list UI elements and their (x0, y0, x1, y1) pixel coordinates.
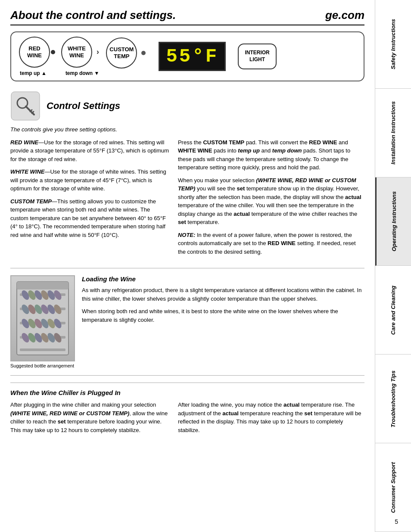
custom-temp-group: CUSTOM TEMP (106, 37, 146, 68)
custom-temp-para: CUSTOM TEMP—This setting allows you to c… (10, 197, 169, 240)
plugged-actual2: actual (222, 410, 239, 417)
red-wine-btn-group: RED WINE (19, 37, 50, 68)
white-wine-heading: WHITE WINE (10, 168, 44, 175)
sidebar-tab-installation-label: Installation Instructions (390, 101, 396, 165)
sidebar-tab-installation[interactable]: Installation Instructions (375, 89, 411, 177)
right-p2: When you make your selection (WHITE WINE… (178, 176, 364, 227)
sidebar-tab-troubleshooting[interactable]: Troubleshooting Tips (375, 355, 411, 443)
control-settings-heading: Control Settings (10, 91, 364, 121)
loading-p2: When storing both red and white wines, i… (82, 307, 364, 324)
plugged-left-p1: After plugging in the wine chiller and m… (10, 401, 169, 434)
plugged-actual: actual (283, 401, 300, 408)
two-col-layout: RED WINE—Use for the storage of red wine… (10, 138, 364, 261)
set-bold: set (237, 185, 245, 192)
plugged-selection: (WHITE WINE, RED WINE or CUSTOM TEMP) (10, 410, 129, 417)
sidebar-tab-consumer-label: Consumer Support (390, 462, 396, 513)
bottle-caption: Suggested bottle arrangement (10, 363, 74, 368)
temp-labels: temp up ▲ temp down ▼ (19, 70, 99, 76)
plugged-right: After loading the wine, you may notice t… (178, 401, 364, 439)
svg-rect-6 (17, 282, 68, 289)
white-wine-btn-group: WHITE WINE › (61, 37, 92, 68)
right-p1: Press the CUSTOM TEMP pad. This will con… (178, 138, 364, 172)
section-divider (10, 268, 364, 268)
sidebar-tab-safety[interactable]: Safety Instructions (375, 0, 411, 89)
right-sidebar: Safety Instructions Installation Instruc… (375, 0, 411, 532)
right-column: Press the CUSTOM TEMP pad. This will con… (178, 138, 364, 261)
control-panel-diagram: RED WINE WHITE WINE › temp up ▲ temp (10, 31, 364, 81)
btn-group-left: RED WINE WHITE WINE › temp up ▲ temp (19, 37, 99, 76)
arrow-indicator: › (97, 47, 99, 57)
plugged-title: When the Wine Chiller is Plugged In (10, 389, 364, 396)
custom-temp-heading: CUSTOM TEMP (10, 198, 52, 205)
plugged-right-p1: After loading the wine, you may notice t… (178, 401, 364, 434)
intro-text: The controls give you three setting opti… (10, 125, 364, 134)
note-para: NOTE: In the event of a power failure, w… (178, 231, 364, 256)
loading-text-col: Loading the Wine As with any refrigerati… (82, 275, 364, 368)
white-wine-bold: WHITE WINE (178, 147, 212, 154)
ge-com: ge.com (325, 9, 364, 22)
custom-temp-button[interactable]: CUSTOM TEMP (106, 37, 137, 68)
loading-p1: As with any refrigeration product, there… (82, 286, 364, 303)
wine-chiller-image (10, 275, 75, 361)
temp-down-bold: temp down (272, 147, 302, 154)
svg-rect-35 (20, 348, 65, 351)
white-wine-para: WHITE WINE—Use for the storage of white … (10, 168, 169, 193)
section-title: Control Settings (47, 100, 120, 112)
red-wine-para: RED WINE—Use for the storage of red wine… (10, 138, 169, 164)
page-title: About the control and settings. (10, 9, 176, 22)
red-wine-bold: RED WINE (309, 139, 337, 146)
sidebar-tab-care[interactable]: Care and Cleaning (375, 266, 411, 355)
plugged-left: After plugging in the wine chiller and m… (10, 401, 169, 439)
temp-up-bold: temp up (238, 147, 260, 154)
sidebar-tab-safety-label: Safety Instructions (390, 19, 396, 69)
red-wine-heading: RED WINE (10, 139, 38, 146)
red-wine-button[interactable]: RED WINE (19, 37, 50, 68)
loading-title: Loading the Wine (82, 275, 364, 283)
page-number: 5 (395, 518, 398, 525)
plugged-divider (10, 375, 364, 376)
white-wine-button[interactable]: WHITE WINE › (61, 37, 92, 68)
interior-light-group: INTERIOR LIGHT (238, 44, 277, 69)
page-title-bar: About the control and settings. ge.com (10, 9, 364, 25)
wine-rack-svg (15, 280, 71, 357)
temp-up-label: temp up ▲ (20, 70, 47, 76)
actual-bold2: actual (234, 211, 250, 217)
plugged-set: set (58, 418, 66, 425)
red-wine-dot (51, 50, 55, 54)
left-column: RED WINE—Use for the storage of red wine… (10, 138, 169, 261)
custom-temp-bold: CUSTOM TEMP (203, 139, 244, 146)
plugged-section: When the Wine Chiller is Plugged In Afte… (10, 383, 364, 439)
note-label: NOTE: (178, 232, 195, 238)
plugged-set2: set (304, 410, 312, 417)
settings-icon (10, 91, 40, 121)
selection-italic: (WHITE WINE, RED WINE or CUSTOM TEMP) (178, 177, 356, 192)
sidebar-tab-operating-label: Operating Instructions (391, 191, 397, 251)
sidebar-tab-troubleshooting-label: Troubleshooting Tips (390, 370, 396, 427)
sidebar-tab-operating[interactable]: Operating Instructions (375, 177, 411, 266)
actual-bold: actual (345, 194, 361, 200)
interior-light-button[interactable]: INTERIOR LIGHT (238, 44, 277, 69)
red-wine-note: RED WINE (268, 240, 296, 246)
wine-image-group: Suggested bottle arrangement (10, 275, 75, 368)
custom-temp-indicator (141, 51, 146, 55)
plugged-two-col: After plugging in the wine chiller and m… (10, 401, 364, 439)
loading-section: Suggested bottle arrangement Loading the… (10, 275, 364, 368)
sidebar-tab-consumer[interactable]: Consumer Support (375, 443, 411, 532)
sidebar-tab-care-label: Care and Cleaning (390, 286, 396, 335)
temperature-display: 55°F (159, 42, 226, 71)
set-bold2: set (178, 219, 186, 225)
temp-down-label: temp down ▼ (65, 70, 100, 76)
